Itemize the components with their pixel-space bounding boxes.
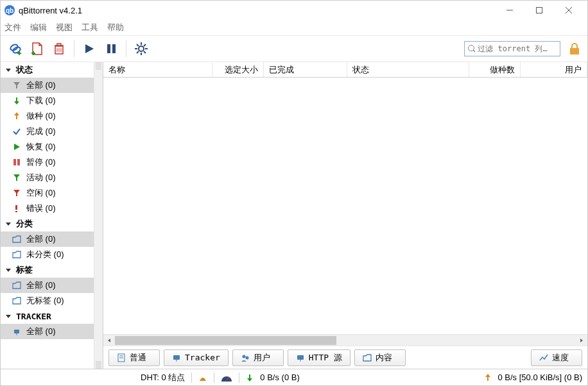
svg-marker-44 [6,222,11,226]
http-icon [296,353,305,362]
tab-peers[interactable]: 用户 [232,349,284,366]
svg-line-27 [137,51,139,53]
add-file-button[interactable] [28,39,47,58]
scroll-left-icon[interactable] [103,335,115,346]
svg-rect-17 [107,44,110,53]
svg-line-24 [137,44,139,46]
svg-marker-16 [85,44,94,53]
maximize-button[interactable] [524,1,554,20]
tab-content[interactable]: 内容 [354,349,406,366]
upload-speed: 0 B/s [50.0 KiB/s] (0 B) [498,373,583,382]
funnel-icon [12,81,21,90]
col-seeds[interactable]: 做种数 [469,62,521,77]
col-size[interactable]: 选定大小 [212,62,264,77]
scroll-right-icon[interactable] [576,335,587,346]
menu-file[interactable]: 文件 [4,22,21,33]
category-uncategorized[interactable]: 未分类 (0) [1,247,94,262]
settings-button[interactable] [132,39,151,58]
filter-inactive[interactable]: 空闲 (0) [1,185,94,201]
tag-untagged[interactable]: 无标签 (0) [1,293,94,308]
filter-all[interactable]: 全部 (0) [1,78,94,93]
section-status[interactable]: 状态 [1,62,94,78]
chevron-down-icon [4,312,12,320]
svg-marker-40 [13,174,20,181]
menu-tools[interactable]: 工具 [82,22,98,33]
close-button[interactable] [554,1,584,20]
filter-box[interactable] [464,41,560,56]
filter-paused[interactable]: 暂停 (0) [1,155,94,170]
section-categories[interactable]: 分类 [1,216,94,231]
tag-all[interactable]: 全部 (0) [1,278,94,293]
tab-speed[interactable]: 速度 [531,349,582,366]
chevron-down-icon [4,66,12,74]
col-peers[interactable]: 用户 [521,62,587,77]
lock-icon[interactable] [567,41,582,56]
torrent-list[interactable] [103,78,587,334]
section-status-label: 状态 [16,64,33,76]
menu-help[interactable]: 帮助 [107,22,124,33]
svg-marker-37 [14,144,20,150]
play-icon [12,142,21,151]
check-icon [12,127,21,136]
filter-active[interactable]: 活动 (0) [1,170,94,185]
category-all[interactable]: 全部 (0) [1,231,94,247]
pause-icon [12,158,21,167]
filter-input[interactable] [478,44,557,53]
svg-rect-15 [57,44,61,46]
tracker-icon [172,353,181,362]
chevron-down-icon [4,220,12,228]
svg-line-29 [473,50,475,53]
funnel-inactive-icon [12,189,21,197]
download-arrow-icon [246,374,254,382]
add-link-button[interactable] [6,39,25,58]
search-icon [467,44,475,53]
col-status[interactable]: 状态 [347,62,469,77]
filter-resumed[interactable]: 恢复 (0) [1,139,94,155]
resume-button[interactable] [80,39,99,58]
svg-marker-45 [6,269,11,272]
section-tags[interactable]: 标签 [1,262,94,278]
upload-arrow-icon [484,374,492,382]
svg-line-25 [144,51,146,53]
horizontal-scrollbar[interactable] [103,334,587,346]
tab-http[interactable]: HTTP 源 [288,349,350,366]
sidebar-scrollbar[interactable] [94,62,103,369]
col-name[interactable]: 名称 [103,62,212,77]
menu-edit[interactable]: 编辑 [30,22,47,33]
svg-rect-1 [537,8,542,13]
svg-marker-41 [13,190,20,196]
pause-button[interactable] [101,39,121,58]
menu-view[interactable]: 视图 [56,22,73,33]
tracker-all[interactable]: 全部 (0) [1,324,94,339]
chevron-down-icon [4,266,12,274]
delete-button[interactable] [49,39,69,58]
filter-completed[interactable]: 完成 (0) [1,124,94,139]
svg-marker-50 [580,339,583,342]
speed-limit-icon[interactable] [221,373,232,382]
menu-bar: 文件 编辑 视图 工具 帮助 [1,20,587,35]
folder-icon [12,250,21,259]
svg-line-26 [144,44,146,46]
filter-errored[interactable]: 错误 (0) [1,201,94,216]
svg-marker-34 [14,101,19,105]
folder-icon [12,235,21,244]
minimize-button[interactable] [495,1,524,20]
section-tracker[interactable]: TRACKER [1,308,94,324]
download-speed: 0 B/s (0 B) [260,373,299,382]
upload-icon [12,112,21,121]
tab-tracker[interactable]: Tracker [164,349,229,366]
svg-rect-54 [173,355,180,360]
col-done[interactable]: 已完成 [264,62,347,77]
toolbar [1,35,587,62]
status-bar: DHT: 0 结点 0 B/s (0 B) 0 B/s [50.0 KiB/s]… [1,369,587,385]
error-icon [12,204,21,213]
scrollbar-thumb[interactable] [115,336,336,345]
funnel-active-icon [12,173,21,182]
sidebar: 状态 全部 (0) 下载 (0) 做种 (0) 完成 (0) 恢复 (0) [1,62,103,369]
tab-general[interactable]: 普通 [108,349,160,366]
filter-downloading[interactable]: 下载 (0) [1,93,94,108]
app-logo: qb [4,5,15,15]
svg-point-57 [245,356,248,359]
filter-seeding[interactable]: 做种 (0) [1,108,94,124]
folder-icon [363,353,372,362]
